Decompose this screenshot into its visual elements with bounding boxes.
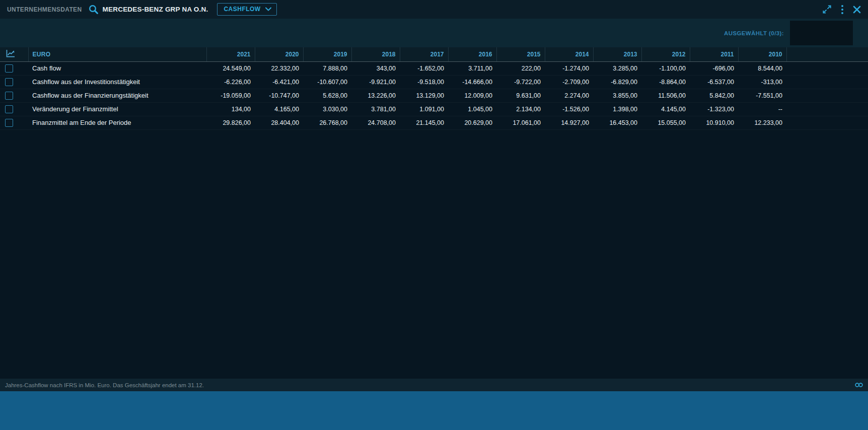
cell-value: 1.398,00 <box>593 102 641 116</box>
cell-value: 17.061,00 <box>496 116 545 129</box>
cell-value: 2.274,00 <box>545 89 593 102</box>
cell-value: 222,00 <box>496 61 545 75</box>
row-checkbox[interactable] <box>5 92 13 100</box>
row-label: Finanzmittel am Ende der Periode <box>28 116 206 129</box>
cell-value: 14.927,00 <box>545 116 593 129</box>
row-label: Cashflow aus der Investitionstätigkeit <box>28 75 206 89</box>
cell-value: 8.544,00 <box>738 61 786 75</box>
row-checkbox[interactable] <box>5 105 13 113</box>
cell-value: -10.747,00 <box>255 89 303 102</box>
cell-value: 11.506,00 <box>641 89 690 102</box>
cell-value: 343,00 <box>351 61 400 75</box>
table-row: Cashflow aus der Investitionstätigkeit -… <box>0 75 868 89</box>
row-checkbox[interactable] <box>5 119 13 127</box>
cell-value: 24.549,00 <box>206 61 255 75</box>
column-header-year: 2012 <box>641 47 690 61</box>
cell-value: -1.100,00 <box>641 61 690 75</box>
footer-note: Jahres-Cashflow nach IFRS in Mio. Euro. … <box>5 382 204 388</box>
column-header-year: 2020 <box>255 47 303 61</box>
chevron-down-icon <box>265 7 271 11</box>
titlebar-actions <box>822 5 861 15</box>
header-spacer <box>786 47 868 61</box>
column-header-year: 2014 <box>545 47 593 61</box>
table-row: Cashflow aus der Finanzierungstätigkeit … <box>0 89 868 102</box>
cell-value: -6.421,00 <box>255 75 303 89</box>
cell-value: -7.551,00 <box>738 89 786 102</box>
cell-value: -9.722,00 <box>496 75 545 89</box>
cell-value: 21.145,00 <box>400 116 448 129</box>
cell-value: 20.629,00 <box>448 116 496 129</box>
cell-value: 9.631,00 <box>496 89 545 102</box>
selection-bar: AUSGEWÄHLT (0/3): <box>0 19 868 47</box>
kebab-menu-icon[interactable] <box>841 5 844 15</box>
cell-value: -1.526,00 <box>545 102 593 116</box>
app-label: UNTERNEHMENSDATEN <box>7 6 82 13</box>
cell-value: 3.711,00 <box>448 61 496 75</box>
view-selector-dropdown[interactable]: CASHFLOW <box>217 3 276 16</box>
row-label: Veränderung der Finanzmittel <box>28 102 206 116</box>
cell-value: 15.055,00 <box>641 116 690 129</box>
cell-value: 10.910,00 <box>690 116 738 129</box>
cell-value: 1.091,00 <box>400 102 448 116</box>
cell-value: -6.829,00 <box>593 75 641 89</box>
cell-value: -9.518,00 <box>400 75 448 89</box>
cell-value: 3.781,00 <box>351 102 400 116</box>
cell-value: 12.009,00 <box>448 89 496 102</box>
cell-value: -1.274,00 <box>545 61 593 75</box>
cell-value: 4.165,00 <box>255 102 303 116</box>
cell-value: 3.285,00 <box>593 61 641 75</box>
row-checkbox[interactable] <box>5 78 13 86</box>
cell-value: 5.842,00 <box>690 89 738 102</box>
column-header-year: 2010 <box>738 47 786 61</box>
cell-value: 22.332,00 <box>255 61 303 75</box>
cell-value: 28.404,00 <box>255 116 303 129</box>
cell-value: -9.921,00 <box>351 75 400 89</box>
cell-value: -8.864,00 <box>641 75 690 89</box>
empty-content-area <box>0 130 868 379</box>
column-header-year: 2017 <box>400 47 448 61</box>
selected-items-slot <box>790 21 853 45</box>
column-header-euro: EURO <box>28 47 206 61</box>
link-icon[interactable] <box>855 383 863 387</box>
cell-value: -6.537,00 <box>690 75 738 89</box>
cell-value: 4.145,00 <box>641 102 690 116</box>
column-header-year: 2019 <box>303 47 351 61</box>
expand-icon[interactable] <box>822 5 832 14</box>
column-header-year: 2013 <box>593 47 641 61</box>
titlebar: UNTERNEHMENSDATEN MERCEDES-BENZ GRP NA O… <box>0 0 868 19</box>
column-header-year: 2011 <box>690 47 738 61</box>
footer: Jahres-Cashflow nach IFRS in Mio. Euro. … <box>0 379 868 391</box>
cell-value: -- <box>738 102 786 116</box>
cell-value: 29.826,00 <box>206 116 255 129</box>
chart-line-icon <box>6 49 15 57</box>
cell-value: 7.888,00 <box>303 61 351 75</box>
table-header-row: EURO 2021 2020 2019 2018 2017 2016 2015 … <box>0 47 868 61</box>
chart-column-header <box>0 47 28 61</box>
close-icon[interactable] <box>853 6 861 14</box>
cell-value: -14.666,00 <box>448 75 496 89</box>
selected-count-label: AUSGEWÄHLT (0/3): <box>724 30 784 36</box>
cell-value: -696,00 <box>690 61 738 75</box>
table-row: Cash flow 24.549,00 22.332,00 7.888,00 3… <box>0 61 868 75</box>
cell-value: -1.323,00 <box>690 102 738 116</box>
cell-value: -1.652,00 <box>400 61 448 75</box>
cell-value: 5.628,00 <box>303 89 351 102</box>
cell-value: 16.453,00 <box>593 116 641 129</box>
column-header-year: 2015 <box>496 47 545 61</box>
row-checkbox[interactable] <box>5 64 13 73</box>
cell-value: -19.059,00 <box>206 89 255 102</box>
cell-value: 134,00 <box>206 102 255 116</box>
cell-value: 3.855,00 <box>593 89 641 102</box>
cell-value: -313,00 <box>738 75 786 89</box>
row-label: Cashflow aus der Finanzierungstätigkeit <box>28 89 206 102</box>
cell-value: -6.226,00 <box>206 75 255 89</box>
table-row: Veränderung der Finanzmittel 134,00 4.16… <box>0 102 868 116</box>
cell-value: 26.768,00 <box>303 116 351 129</box>
column-header-year: 2021 <box>206 47 255 61</box>
cell-value: 13.129,00 <box>400 89 448 102</box>
search-icon[interactable] <box>88 4 99 15</box>
cell-value: 2.134,00 <box>496 102 545 116</box>
cell-value: 1.045,00 <box>448 102 496 116</box>
cell-value: -10.607,00 <box>303 75 351 89</box>
row-label: Cash flow <box>28 61 206 75</box>
